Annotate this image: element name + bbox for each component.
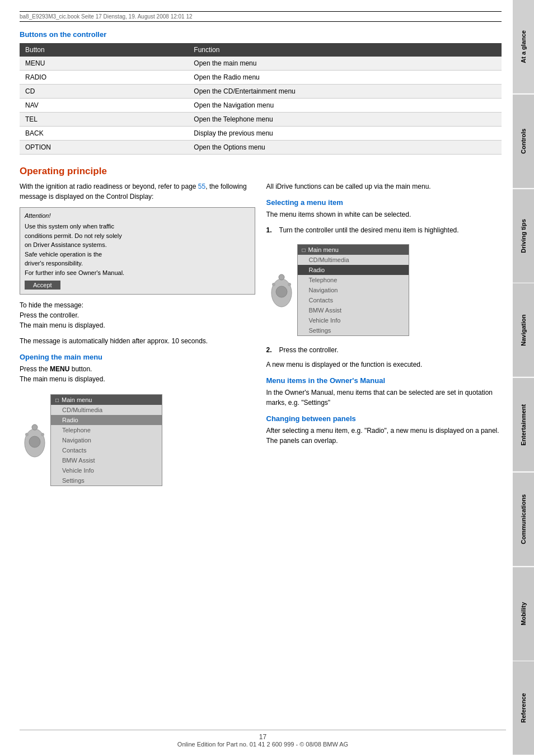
op-intro-text: With the ignition at radio readiness or …	[20, 181, 255, 202]
menu-mock-right-wrap: □ Main menu CD/MultimediaRadioTelephoneN…	[266, 240, 502, 340]
warning-line: conditions permit. Do not rely solely	[25, 231, 250, 241]
sidebar-tab-driving-tips[interactable]: Driving tips	[513, 189, 534, 283]
svg-point-9	[288, 283, 291, 286]
sub3-text: In the Owner's Manual, menu items that c…	[266, 388, 502, 408]
sidebar-tab-reference[interactable]: Reference	[513, 661, 534, 755]
table-row: NAVOpen the Navigation menu	[20, 99, 502, 113]
menu-item: Vehicle Info	[51, 465, 162, 475]
step2: 2. Press the controller.	[266, 345, 502, 355]
op-right: All iDrive functions can be called up vi…	[266, 181, 502, 491]
table-row: RADIOOpen the Radio menu	[20, 71, 502, 85]
menu-item: Radio	[51, 415, 162, 425]
sidebar-tab-mobility[interactable]: Mobility	[513, 567, 534, 661]
accept-button[interactable]: Accept	[25, 281, 60, 290]
sidebar-tab-communications[interactable]: Communications	[513, 473, 534, 566]
menu-items-left: CD/MultimediaRadioTelephoneNavigationCon…	[51, 405, 162, 486]
sub4-title: Changing between panels	[266, 414, 502, 423]
table-col-button: Button	[20, 43, 188, 57]
table-row: OPTIONOpen the Options menu	[20, 141, 502, 155]
warning-box: Attention! Use this system only when tra…	[20, 207, 255, 295]
table-cell-button: OPTION	[20, 141, 188, 155]
sub2-title: Selecting a menu item	[266, 198, 502, 207]
menu-item: Settings	[298, 325, 409, 335]
step1: 1. Turn the controller until the desired…	[266, 225, 502, 235]
menu-item: Settings	[51, 475, 162, 486]
menu-item: Telephone	[51, 425, 162, 435]
svg-point-6	[276, 286, 287, 297]
menu-item: Navigation	[51, 435, 162, 445]
table-row: TELOpen the Telephone menu	[20, 113, 502, 127]
menu-mock-right: □ Main menu CD/MultimediaRadioTelephoneN…	[297, 244, 409, 336]
op-right-intro: All iDrive functions can be called up vi…	[266, 181, 502, 192]
menu-icon-left: □	[55, 397, 59, 403]
table-cell-function: Open the CD/Entertainment menu	[188, 85, 502, 99]
warning-line: on Driver Assistance systems.	[25, 240, 250, 250]
controller-icon-right	[269, 270, 294, 310]
table-cell-button: BACK	[20, 127, 188, 141]
warning-text: Use this system only when trafficconditi…	[25, 222, 250, 277]
svg-point-2	[32, 424, 38, 430]
sub2-text: The menu items shown in white can be sel…	[266, 209, 502, 220]
menu-mock-left: □ Main menu CD/MultimediaRadioTelephoneN…	[50, 394, 162, 486]
main-content: ba8_E9293M3_cic.book Seite 17 Dienstag, …	[0, 0, 513, 756]
warning-line: Use this system only when traffic	[25, 222, 250, 231]
table-cell-function: Open the Navigation menu	[188, 99, 502, 113]
menu-item: BMW Assist	[298, 305, 409, 315]
menu-items-right: CD/MultimediaRadioTelephoneNavigationCon…	[298, 255, 409, 335]
controller-icon	[22, 421, 48, 460]
controller-left	[20, 390, 50, 491]
menu-item: CD/Multimedia	[298, 255, 409, 265]
table-row: CDOpen the CD/Entertainment menu	[20, 85, 502, 99]
sidebar-tab-entertainment[interactable]: Entertainment	[513, 378, 534, 472]
svg-point-1	[29, 436, 40, 447]
table-cell-button: MENU	[20, 57, 188, 71]
step2-result: A new menu is displayed or the function …	[266, 360, 502, 370]
warning-title: Attention!	[25, 212, 250, 219]
menu-icon-right: □	[302, 247, 306, 253]
op-left: With the ignition at radio readiness or …	[20, 181, 255, 491]
table-row: BACKDisplay the previous menu	[20, 127, 502, 141]
steps-list: 1. Turn the controller until the desired…	[266, 225, 502, 235]
file-info: ba8_E9293M3_cic.book Seite 17 Dienstag, …	[20, 11, 502, 22]
sub4-text: After selecting a menu item, e.g. "Radio…	[266, 426, 502, 446]
table-col-function: Function	[188, 43, 502, 57]
warning-line: driver's responsibility.	[25, 259, 250, 268]
menu-item: Radio	[298, 265, 409, 275]
table-cell-button: CD	[20, 85, 188, 99]
svg-point-4	[41, 433, 44, 436]
button-table: Button Function MENUOpen the main menuRA…	[20, 43, 502, 155]
op-title: Operating principle	[20, 166, 502, 177]
table-cell-button: NAV	[20, 99, 188, 113]
table-row: MENUOpen the main menu	[20, 57, 502, 71]
menu-mock-title-left: □ Main menu	[51, 395, 162, 405]
sidebar-tab-at-a-glance[interactable]: At a glance	[513, 0, 534, 94]
menu-item: CD/Multimedia	[51, 405, 162, 415]
sub1-text: Press the MENU button. The main menu is …	[20, 364, 255, 384]
footer: 17 Online Edition for Part no. 01 41 2 6…	[20, 730, 506, 748]
warning-line: For further info see Owner's Manual.	[25, 268, 250, 278]
menu-item: Navigation	[298, 285, 409, 295]
steps-list2: 2. Press the controller.	[266, 345, 502, 355]
menu-item: Contacts	[298, 295, 409, 305]
section1-title: Buttons on the controller	[20, 30, 502, 39]
menu-item: Vehicle Info	[298, 315, 409, 325]
svg-point-8	[272, 283, 275, 286]
table-cell-function: Open the Radio menu	[188, 71, 502, 85]
sidebar-tab-navigation[interactable]: Navigation	[513, 283, 534, 377]
sidebar: At a glance Controls Driving tips Naviga…	[513, 0, 534, 756]
sub1-title: Opening the main menu	[20, 353, 255, 361]
warning-line: Safe vehicle operation is the	[25, 250, 250, 259]
sub3-title: Menu items in the Owner's Manual	[266, 376, 502, 385]
table-cell-function: Open the Telephone menu	[188, 113, 502, 127]
menu-mock-left-wrap: □ Main menu CD/MultimediaRadioTelephoneN…	[20, 390, 255, 491]
sidebar-tab-controls[interactable]: Controls	[513, 95, 534, 188]
op-section: With the ignition at radio readiness or …	[20, 181, 502, 491]
table-cell-button: TEL	[20, 113, 188, 127]
menu-item: BMW Assist	[51, 455, 162, 465]
hide-message-text: To hide the message: Press the controlle…	[20, 300, 255, 330]
menu-item: Telephone	[298, 275, 409, 285]
table-cell-function: Display the previous menu	[188, 127, 502, 141]
menu-mock-title-right: □ Main menu	[298, 245, 409, 255]
svg-point-3	[25, 433, 29, 436]
table-cell-function: Open the main menu	[188, 57, 502, 71]
